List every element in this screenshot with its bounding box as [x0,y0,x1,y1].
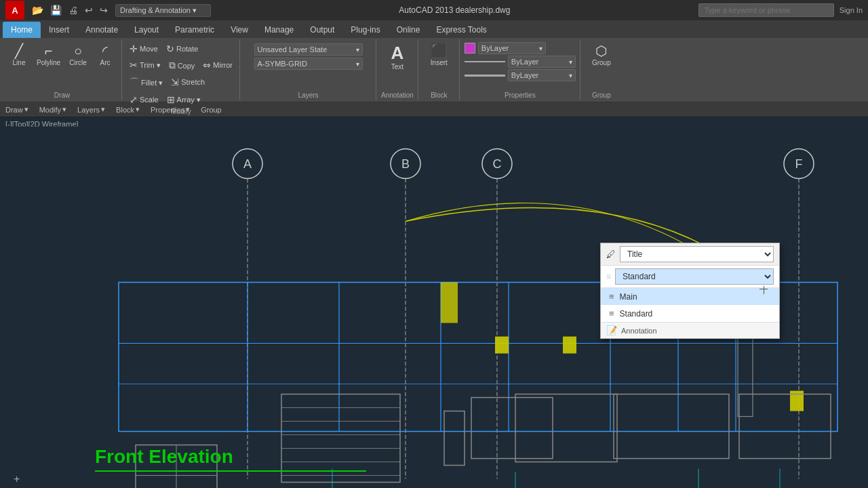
array-label: Array [177,96,195,104]
layers-group: Unsaved Layer State ▾ A-SYMB-GRID ▾ Laye… [241,39,376,100]
save-button[interactable]: 💾 [48,3,64,17]
move-button[interactable]: ✛ Move [127,42,161,56]
trim-button[interactable]: ✂ Trim ▾ [127,58,163,72]
polyline-icon: ⌐ [45,44,53,58]
tab-layout[interactable]: Layout [126,22,167,38]
text-label: Text [391,63,403,70]
linetype-dropdown[interactable]: ByLayer ▾ [508,56,576,68]
tab-manage[interactable]: Manage [256,22,302,38]
draw-group-content: ╱ Line ⌐ Polyline ○ Circle ◜ Arc [7,39,117,90]
insert-block-button[interactable]: ⬛ Insert [427,42,451,68]
undo-button[interactable]: ↩ [83,3,95,17]
dropdown-item-main[interactable]: ≡ Main [601,288,779,305]
workspace-selector[interactable]: Drafting & Annotation ▾ [115,4,211,17]
tab-home[interactable]: Home [3,22,41,38]
front-elevation-underline [95,470,366,472]
properties-group-label: Properties [465,90,576,100]
copy-button[interactable]: ⧉ Copy [166,58,198,73]
line-label: Line [13,59,26,66]
svg-rect-23 [441,283,458,323]
group-button[interactable]: ⬡ Group [589,42,614,68]
search-input[interactable] [698,3,834,17]
standard-style-select[interactable]: Standard [615,268,774,285]
layer-name-dropdown[interactable]: A-SYMB-GRID ▾ [254,58,363,70]
mirror-icon: ⇔ [203,60,211,70]
layer-state-dropdown[interactable]: Unsaved Layer State ▾ [254,43,363,56]
svg-text:A: A [243,157,252,171]
redo-button[interactable]: ↪ [98,3,110,17]
array-button[interactable]: ⊞ Array ▾ [164,93,203,106]
tab-output[interactable]: Output [302,22,342,38]
tab-parametric[interactable]: Parametric [167,22,222,38]
text-style-dropdown[interactable]: 🖊 Title ≡ Standard ≡ Main ≡ Standard 📝 A… [600,243,780,339]
svg-text:F: F [795,157,803,171]
rotate-button[interactable]: ↻ Rotate [163,42,201,56]
tab-annotate[interactable]: Annotate [77,22,126,38]
block-group-content: ⬛ Insert [427,39,451,90]
chevron-down-icon: ▾ [569,58,572,66]
stretch-button[interactable]: ⇲ Stretch [168,75,208,89]
group-group: ⬡ Group Group [581,39,622,100]
polyline-label: Polyline [37,59,60,66]
panel-block[interactable]: Block ▾ [116,105,140,114]
color-dropdown[interactable]: ByLayer ▾ [478,42,546,54]
array-icon: ⊞ [167,94,175,105]
color-label: ByLayer [481,44,509,52]
text-button[interactable]: A Text [385,42,410,73]
fillet-button[interactable]: ⌒ Fillet ▾ [127,75,165,90]
chevron-down-icon: ▾ [356,46,359,54]
modify-group: ✛ Move ↻ Rotate ✂ Trim ▾ ⧉ Copy ⇔ Mirror… [123,39,240,100]
fillet-label: Fillet [141,79,157,87]
tab-plugins[interactable]: Plug-ins [342,22,388,38]
title-style-select[interactable]: Title [620,246,774,262]
line-button[interactable]: ╱ Line [7,42,31,68]
panel-modify[interactable]: Modify ▾ [39,105,66,114]
open-button[interactable]: 📂 [30,3,45,17]
tab-view[interactable]: View [222,22,256,38]
stretch-label: Stretch [181,78,205,86]
ribbon-tabs: Home Insert Annotate Layout Parametric V… [0,20,868,38]
panel-group[interactable]: Group [201,106,222,114]
workspace-label: Drafting & Annotation [120,6,191,14]
scale-button[interactable]: ⤢ Scale [127,93,161,106]
quick-access-toolbar[interactable]: 📂 💾 🖨 ↩ ↪ [30,3,110,17]
print-button[interactable]: 🖨 [66,3,80,17]
dropdown-footer: 📝 Annotation [601,322,779,338]
linetype-label: ByLayer [511,58,538,66]
arc-icon: ◜ [102,44,108,58]
panel-properties[interactable]: Properties ▾ [151,105,190,114]
panel-draw[interactable]: Draw ▾ [5,105,28,114]
layers-group-content: Unsaved Layer State ▾ A-SYMB-GRID ▾ [254,39,363,90]
text-icon: A [391,44,404,62]
polyline-button[interactable]: ⌐ Polyline [34,42,63,68]
sign-in-button[interactable]: Sign In [840,6,863,14]
tab-express-tools[interactable]: Express Tools [428,22,494,38]
arc-button[interactable]: ◜ Arc [93,42,117,68]
layers-group-label: Layers [245,90,372,100]
arc-label: Arc [100,59,111,66]
lineweight-row: ByLayer ▾ [465,69,576,81]
dropdown-item-standard[interactable]: ≡ Standard [601,305,779,322]
scale-label: Scale [140,96,159,104]
canvas-area[interactable]: [-][Top][2D Wireframe] A B C F [0,117,868,488]
group-label: Group [592,59,611,66]
linetype-sample [465,61,505,62]
mirror-label: Mirror [213,61,233,69]
tab-insert[interactable]: Insert [41,22,77,38]
draw-group: ╱ Line ⌐ Polyline ○ Circle ◜ Arc Draw [3,39,122,100]
title-bar: A 📂 💾 🖨 ↩ ↪ Drafting & Annotation ▾ Auto… [0,0,868,20]
fillet-icon: ⌒ [130,77,139,89]
annotation-footer-label: Annotation [621,327,657,335]
properties-group-content: ByLayer ▾ ByLayer ▾ ByLayer ▾ [465,39,576,90]
mirror-button[interactable]: ⇔ Mirror [200,58,235,72]
crosshair-cursor: + [14,473,20,485]
circle-button[interactable]: ○ Circle [66,42,90,68]
panel-layers[interactable]: Layers ▾ [77,105,105,114]
front-elevation-label: Front Elevation [95,446,233,468]
copy-label: Copy [178,62,195,70]
tab-online[interactable]: Online [389,22,429,38]
svg-rect-25 [563,337,576,354]
trim-icon: ✂ [130,60,138,70]
lineweight-dropdown[interactable]: ByLayer ▾ [508,69,576,81]
group-group-content: ⬡ Group [589,39,614,90]
